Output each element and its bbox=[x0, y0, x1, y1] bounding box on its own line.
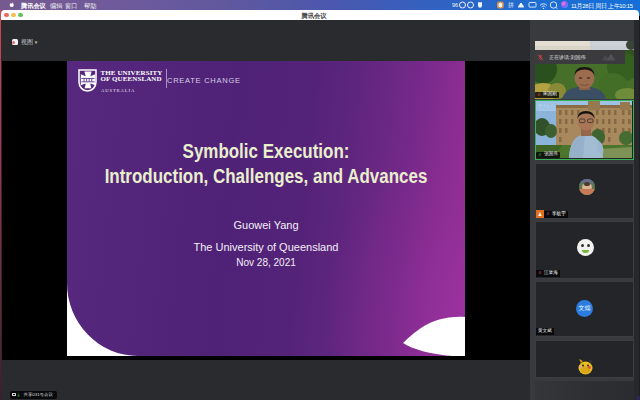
svg-text:拼: 拼 bbox=[508, 2, 514, 8]
svg-text:96: 96 bbox=[452, 2, 458, 8]
